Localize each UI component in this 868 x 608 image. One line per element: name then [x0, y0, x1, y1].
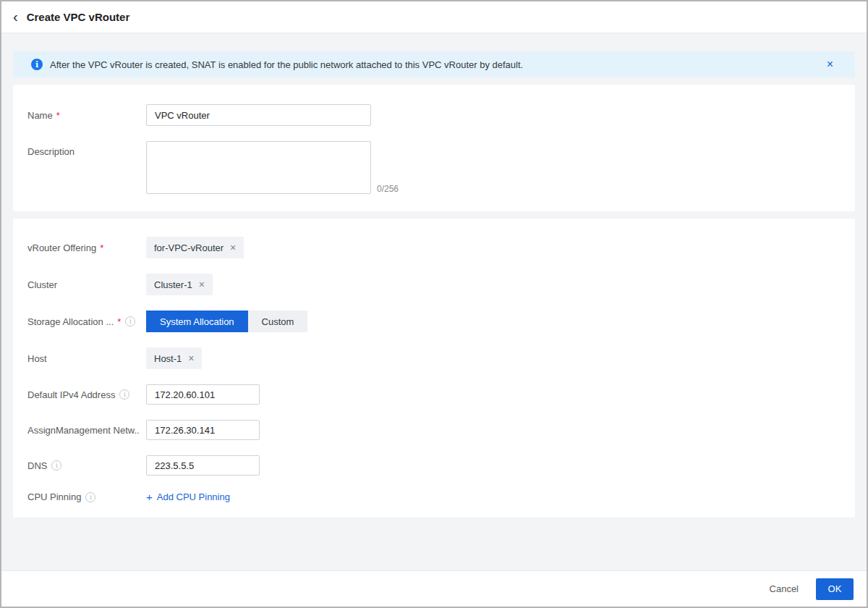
add-cpu-pinning-label: Add CPU Pinning: [157, 491, 230, 502]
cancel-button[interactable]: Cancel: [770, 583, 799, 594]
vrouter-offering-tag-text: for-VPC-vRouter: [154, 242, 224, 253]
vrouter-offering-row: vRouter Offering * for-VPC-vRouter ×: [27, 237, 841, 258]
name-label: Name *: [27, 110, 146, 121]
config-card: vRouter Offering * for-VPC-vRouter × Clu…: [13, 219, 855, 518]
description-textarea[interactable]: [146, 141, 371, 194]
name-row: Name *: [27, 104, 841, 126]
host-tag-text: Host-1: [154, 353, 182, 364]
name-input[interactable]: [146, 104, 371, 126]
storage-allocation-label-text: Storage Allocation ...: [27, 316, 114, 327]
description-label-text: Description: [27, 146, 75, 157]
cluster-label-text: Cluster: [27, 279, 57, 290]
host-tag[interactable]: Host-1 ×: [146, 347, 202, 369]
info-banner: i After the VPC vRouter is created, SNAT…: [13, 51, 855, 77]
form-content: i After the VPC vRouter is created, SNAT…: [1, 33, 867, 570]
banner-message: After the VPC vRouter is created, SNAT i…: [50, 59, 523, 70]
plus-icon: +: [146, 491, 153, 503]
required-mark: *: [56, 110, 60, 121]
default-ipv4-row: Default IPv4 Address i: [27, 384, 841, 405]
info-icon: i: [119, 389, 129, 400]
vrouter-offering-label: vRouter Offering *: [27, 242, 146, 253]
name-label-text: Name: [27, 110, 53, 121]
required-mark: *: [100, 242, 103, 253]
tag-remove-icon[interactable]: ×: [199, 279, 205, 290]
management-network-input[interactable]: [146, 420, 260, 440]
custom-option[interactable]: Custom: [248, 311, 308, 332]
create-vpc-vrouter-window: ‹ Create VPC vRouter i After the VPC vRo…: [0, 0, 868, 608]
description-field-wrap: 0/256: [146, 141, 399, 194]
management-network-label-text: AssignManagement Netw..: [27, 425, 140, 436]
basic-info-card: Name * Description 0/256: [13, 85, 855, 211]
tag-remove-icon[interactable]: ×: [230, 242, 236, 253]
banner-close-icon[interactable]: ×: [825, 57, 835, 72]
info-circle-icon: i: [31, 59, 43, 70]
cluster-tag[interactable]: Cluster-1 ×: [146, 274, 213, 295]
system-allocation-option[interactable]: System Allocation: [146, 311, 248, 332]
cluster-tag-text: Cluster-1: [154, 279, 192, 290]
default-ipv4-label-text: Default IPv4 Address: [27, 389, 115, 400]
dns-label-text: DNS: [27, 460, 47, 471]
description-row: Description 0/256: [27, 141, 841, 194]
vrouter-offering-label-text: vRouter Offering: [27, 242, 96, 253]
back-icon[interactable]: ‹: [13, 9, 18, 24]
cpu-pinning-label-text: CPU Pinning: [27, 491, 81, 502]
storage-allocation-toggle: System Allocation Custom: [146, 311, 307, 332]
required-mark: *: [117, 316, 121, 327]
page-title: Create VPC vRouter: [27, 11, 130, 23]
management-network-label: AssignManagement Netw..: [27, 425, 146, 436]
tag-remove-icon[interactable]: ×: [188, 353, 194, 363]
cpu-pinning-row: CPU Pinning i + Add CPU Pinning: [27, 491, 841, 503]
cluster-row: Cluster Cluster-1 ×: [27, 274, 841, 295]
host-row: Host Host-1 ×: [27, 347, 841, 369]
info-icon: i: [125, 316, 135, 326]
footer-bar: Cancel OK: [1, 570, 867, 607]
default-ipv4-input[interactable]: [146, 384, 260, 405]
management-network-row: AssignManagement Netw..: [27, 420, 841, 440]
vrouter-offering-tag[interactable]: for-VPC-vRouter ×: [146, 237, 244, 258]
info-icon: i: [51, 460, 61, 470]
ok-button[interactable]: OK: [816, 578, 854, 600]
host-label: Host: [27, 353, 146, 364]
host-label-text: Host: [27, 353, 47, 364]
cluster-label: Cluster: [27, 279, 146, 290]
cpu-pinning-label: CPU Pinning i: [27, 491, 146, 502]
add-cpu-pinning-link[interactable]: + Add CPU Pinning: [146, 491, 230, 503]
header-bar: ‹ Create VPC vRouter: [1, 1, 867, 33]
dns-row: DNS i: [27, 455, 841, 476]
storage-allocation-row: Storage Allocation ... * i System Alloca…: [27, 311, 841, 332]
dns-label: DNS i: [27, 460, 146, 471]
description-char-counter: 0/256: [377, 184, 399, 194]
default-ipv4-label: Default IPv4 Address i: [27, 389, 146, 400]
storage-allocation-label: Storage Allocation ... * i: [27, 316, 146, 327]
info-icon: i: [85, 492, 95, 502]
dns-input[interactable]: [146, 455, 260, 476]
description-label: Description: [27, 141, 146, 157]
